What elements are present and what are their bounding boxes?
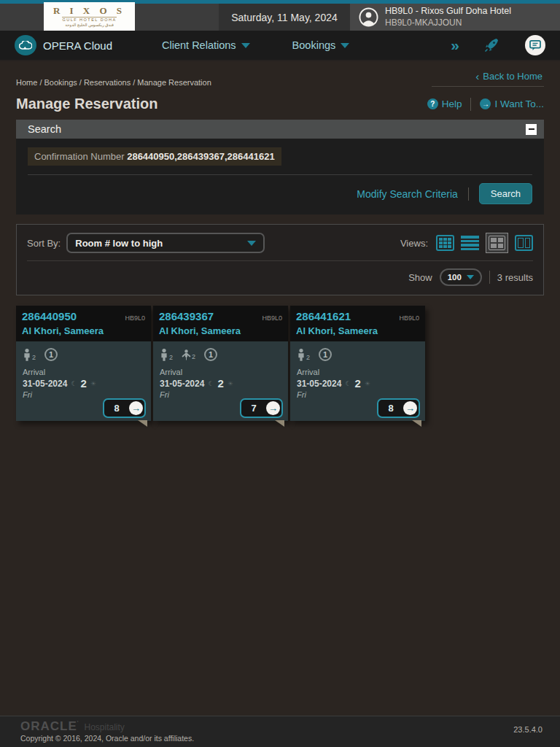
i-want-to-label: I Want To... (494, 98, 544, 109)
confirmation-number-field[interactable]: Confirmation Number 286440950,286439367,… (28, 147, 281, 166)
arrival-date: 31-05-2024 (160, 379, 204, 389)
go-arrow-icon: → (129, 401, 143, 415)
oracle-logo: ORACLE (20, 719, 77, 733)
room-number: 7 (241, 403, 266, 414)
chevron-down-icon (341, 43, 349, 48)
room-number-button[interactable]: 8 → (103, 398, 146, 418)
results-count: 3 results (497, 272, 533, 283)
moon-icon: ☾ (71, 380, 77, 387)
property-name: HB9L0 - Rixos Gulf Doha Hotel (385, 6, 511, 18)
linked-reservations-badge: 1 (44, 348, 58, 361)
username: HB9L0-MKAJJOUN (385, 18, 511, 28)
header-left-segment: R I X O S GULF HOTEL DOHA فندق ريكسوس ال… (0, 4, 219, 31)
show-count-value: 100 (448, 273, 462, 282)
confirmation-number-link[interactable]: 286439367 (159, 310, 214, 322)
i-want-to-link[interactable]: → I Want To... (480, 98, 544, 109)
linked-reservations-badge: 1 (204, 348, 217, 361)
oracle-trademark: ' (77, 719, 79, 727)
help-link[interactable]: ? Help (427, 98, 462, 109)
divider (468, 187, 469, 201)
reservation-card[interactable]: 286439367 HB9L0 Al Khori, Sameera 2 (153, 306, 288, 421)
top-header: R I X O S GULF HOTEL DOHA فندق ريكسوس ال… (0, 0, 560, 31)
opera-cloud-app: R I X O S GULF HOTEL DOHA فندق ريكسوس ال… (0, 0, 560, 747)
copyright-text: Copyright © 2016, 2024, Oracle and/or it… (20, 735, 194, 743)
page-title: Manage Reservation (16, 96, 158, 112)
menu-client-relations-label: Client Relations (162, 39, 236, 51)
arrival-date: 31-05-2024 (23, 379, 67, 389)
views-label: Views: (400, 238, 428, 249)
room-number-button[interactable]: 7 → (240, 398, 283, 418)
confirmation-number-link[interactable]: 286440950 (22, 310, 77, 322)
sun-icon: ☀ (228, 380, 233, 387)
reservation-cards: 286440950 HB9L0 Al Khori, Sameera 2 1 Ar… (16, 306, 544, 421)
adult-icon (160, 349, 168, 361)
arrival-date: 31-05-2024 (297, 379, 341, 389)
confirmation-number-value: 286440950,286439367,286441621 (127, 151, 274, 162)
nights-count: 2 (80, 377, 86, 390)
column-view-button[interactable] (515, 235, 533, 251)
hotel-logo-arabic: فندق ريكسوس الخليج الدوحة (65, 23, 114, 28)
adults-count: 2 (23, 349, 36, 361)
table-view-button[interactable] (436, 235, 454, 251)
results-toolbar: Sort By: Room # low to high Views: S (16, 224, 544, 295)
guest-name-link[interactable]: Al Khori, Sameera (16, 323, 151, 341)
chat-icon[interactable] (525, 35, 545, 55)
sun-icon: ☀ (90, 380, 96, 387)
arrival-label: Arrival (23, 368, 144, 376)
cloud-icon (15, 35, 36, 55)
user-session-area[interactable]: HB9L0 - Rixos Gulf Doha Hotel HB9L0-MKAJ… (350, 4, 560, 31)
search-panel-title: Search (28, 123, 61, 135)
moon-icon: ☾ (208, 380, 214, 387)
opera-cloud-logo[interactable]: OPERA Cloud (15, 35, 112, 55)
show-count-select[interactable]: 100 (440, 268, 482, 286)
reservation-card[interactable]: 286441621 HB9L0 Al Khori, Sameera 2 1 Ar… (290, 306, 425, 421)
current-date: Saturday, 11 May, 2024 (231, 12, 338, 23)
property-code: HB9L0 (262, 314, 282, 322)
nights-count: 2 (354, 377, 360, 390)
list-view-button[interactable] (461, 235, 479, 251)
back-to-home-link[interactable]: ‹ Back to Home (432, 71, 544, 87)
search-panel-header: Search (16, 120, 544, 139)
breadcrumb[interactable]: Home / Bookings / Reservations / Manage … (16, 78, 211, 87)
confirmation-number-link[interactable]: 286441621 (296, 310, 351, 322)
modify-search-criteria-link[interactable]: Modify Search Criteria (357, 188, 458, 200)
card-view-button-selected[interactable] (486, 233, 508, 253)
menu-bookings-label: Bookings (292, 39, 336, 51)
linked-reservations-badge: 1 (319, 348, 332, 361)
show-label: Show (408, 272, 432, 283)
nights-count: 2 (217, 377, 223, 390)
sort-by-select[interactable]: Room # low to high (66, 233, 265, 253)
chevron-down-icon (241, 43, 250, 48)
guest-name-link[interactable]: Al Khori, Sameera (153, 323, 288, 341)
guest-name-link[interactable]: Al Khori, Sameera (290, 323, 425, 341)
room-number: 8 (378, 403, 403, 414)
arrival-label: Arrival (160, 368, 281, 376)
rocket-icon[interactable] (483, 36, 500, 54)
divider (28, 174, 532, 175)
header-date-segment: Saturday, 11 May, 2024 (219, 4, 350, 31)
sort-by-value: Room # low to high (75, 238, 163, 249)
adults-count: 2 (160, 349, 173, 361)
app-name: OPERA Cloud (43, 39, 112, 52)
card-callout-tail (275, 420, 284, 427)
collapse-panel-button[interactable] (526, 124, 537, 135)
reservation-card[interactable]: 286440950 HB9L0 Al Khori, Sameera 2 1 Ar… (16, 306, 151, 421)
main-content: Home / Bookings / Reservations / Manage … (0, 61, 560, 716)
help-label: Help (442, 98, 462, 109)
property-code: HB9L0 (125, 314, 145, 322)
go-arrow-icon: → (403, 401, 417, 415)
arrival-label: Arrival (297, 368, 419, 376)
room-number: 8 (104, 403, 129, 414)
version-number: 23.5.4.0 (513, 725, 542, 747)
search-button[interactable]: Search (479, 183, 532, 204)
adult-icon (23, 349, 31, 361)
overflow-menu-icon[interactable]: » (451, 36, 458, 54)
children-count: 2 (182, 349, 195, 360)
adult-icon (297, 349, 306, 361)
hotel-logo-brand: R I X O S (53, 6, 125, 15)
page-footer: ORACLE'Hospitality Copyright © 2016, 202… (0, 716, 560, 747)
room-number-button[interactable]: 8 → (377, 398, 420, 418)
menu-bookings[interactable]: Bookings (292, 39, 350, 51)
menu-client-relations[interactable]: Client Relations (162, 39, 250, 51)
sort-by-label: Sort By: (27, 238, 61, 249)
